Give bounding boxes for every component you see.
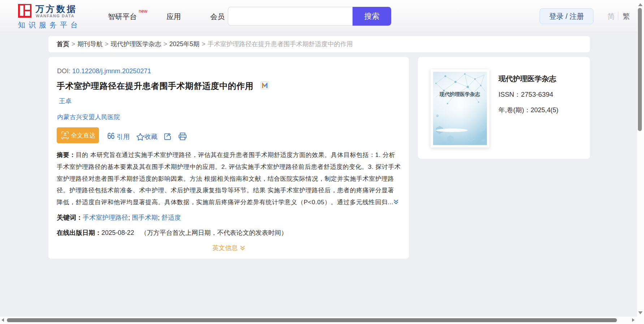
svg-text:现代护理医学杂志: 现代护理医学杂志 [439, 91, 480, 97]
svg-text:free: free [63, 136, 67, 139]
